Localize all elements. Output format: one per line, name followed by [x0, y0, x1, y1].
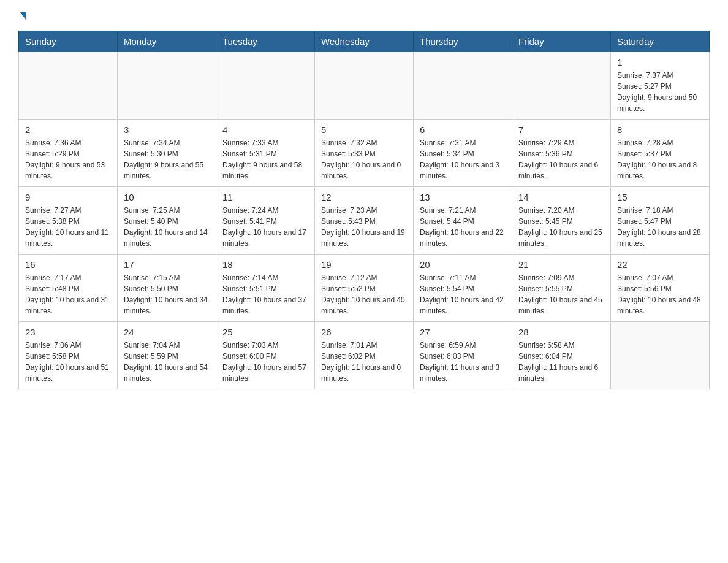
day-info: Sunrise: 7:12 AM Sunset: 5:52 PM Dayligh… — [321, 272, 407, 316]
day-info: Sunrise: 7:18 AM Sunset: 5:47 PM Dayligh… — [617, 205, 703, 249]
day-number: 12 — [321, 192, 407, 202]
day-info: Sunrise: 7:06 AM Sunset: 5:58 PM Dayligh… — [25, 340, 111, 384]
table-row: 12Sunrise: 7:23 AM Sunset: 5:43 PM Dayli… — [315, 187, 414, 255]
table-row: 15Sunrise: 7:18 AM Sunset: 5:47 PM Dayli… — [611, 187, 710, 255]
page-header — [18, 12, 710, 21]
table-row: 10Sunrise: 7:25 AM Sunset: 5:40 PM Dayli… — [118, 187, 216, 255]
day-number: 6 — [420, 124, 506, 135]
day-number: 27 — [420, 327, 506, 337]
table-row: 26Sunrise: 7:01 AM Sunset: 6:02 PM Dayli… — [315, 322, 414, 389]
day-number: 9 — [25, 192, 111, 202]
table-row: 19Sunrise: 7:12 AM Sunset: 5:52 PM Dayli… — [315, 255, 414, 322]
day-number: 3 — [124, 124, 210, 135]
day-info: Sunrise: 7:24 AM Sunset: 5:41 PM Dayligh… — [222, 205, 308, 249]
day-info: Sunrise: 7:23 AM Sunset: 5:43 PM Dayligh… — [321, 205, 407, 249]
day-info: Sunrise: 7:25 AM Sunset: 5:40 PM Dayligh… — [124, 205, 210, 249]
day-info: Sunrise: 6:59 AM Sunset: 6:03 PM Dayligh… — [420, 340, 506, 384]
col-friday: Friday — [512, 31, 611, 52]
day-number: 23 — [25, 327, 111, 337]
table-row: 4Sunrise: 7:33 AM Sunset: 5:31 PM Daylig… — [216, 120, 315, 187]
day-info: Sunrise: 7:29 AM Sunset: 5:36 PM Dayligh… — [518, 137, 604, 182]
day-number: 25 — [222, 327, 308, 337]
day-number: 14 — [518, 192, 604, 202]
day-info: Sunrise: 7:27 AM Sunset: 5:38 PM Dayligh… — [25, 205, 111, 249]
day-info: Sunrise: 7:01 AM Sunset: 6:02 PM Dayligh… — [321, 340, 407, 384]
day-info: Sunrise: 7:20 AM Sunset: 5:45 PM Dayligh… — [518, 205, 604, 249]
table-row — [19, 52, 118, 120]
day-info: Sunrise: 6:58 AM Sunset: 6:04 PM Dayligh… — [518, 340, 604, 384]
day-info: Sunrise: 7:03 AM Sunset: 6:00 PM Dayligh… — [222, 340, 308, 384]
table-row: 8Sunrise: 7:28 AM Sunset: 5:37 PM Daylig… — [611, 120, 710, 187]
day-number: 11 — [222, 192, 308, 202]
table-row: 14Sunrise: 7:20 AM Sunset: 5:45 PM Dayli… — [512, 187, 611, 255]
calendar-week-row: 2Sunrise: 7:36 AM Sunset: 5:29 PM Daylig… — [19, 120, 710, 187]
table-row: 3Sunrise: 7:34 AM Sunset: 5:30 PM Daylig… — [118, 120, 216, 187]
day-number: 17 — [124, 259, 210, 270]
table-row: 21Sunrise: 7:09 AM Sunset: 5:55 PM Dayli… — [512, 255, 611, 322]
table-row — [512, 52, 611, 120]
col-sunday: Sunday — [19, 31, 118, 52]
table-row — [315, 52, 414, 120]
day-info: Sunrise: 7:28 AM Sunset: 5:37 PM Dayligh… — [617, 137, 703, 182]
table-row: 2Sunrise: 7:36 AM Sunset: 5:29 PM Daylig… — [19, 120, 118, 187]
day-info: Sunrise: 7:34 AM Sunset: 5:30 PM Dayligh… — [124, 137, 210, 182]
table-row: 5Sunrise: 7:32 AM Sunset: 5:33 PM Daylig… — [315, 120, 414, 187]
table-row: 1Sunrise: 7:37 AM Sunset: 5:27 PM Daylig… — [611, 52, 710, 120]
col-monday: Monday — [118, 31, 216, 52]
day-info: Sunrise: 7:11 AM Sunset: 5:54 PM Dayligh… — [420, 272, 506, 316]
day-info: Sunrise: 7:21 AM Sunset: 5:44 PM Dayligh… — [420, 205, 506, 249]
day-number: 5 — [321, 124, 407, 135]
day-info: Sunrise: 7:31 AM Sunset: 5:34 PM Dayligh… — [420, 137, 506, 182]
day-number: 21 — [518, 259, 604, 270]
calendar-week-row: 16Sunrise: 7:17 AM Sunset: 5:48 PM Dayli… — [19, 255, 710, 322]
day-number: 22 — [617, 259, 703, 270]
day-number: 7 — [518, 124, 604, 135]
table-row — [414, 52, 512, 120]
day-info: Sunrise: 7:36 AM Sunset: 5:29 PM Dayligh… — [25, 137, 111, 182]
day-info: Sunrise: 7:33 AM Sunset: 5:31 PM Dayligh… — [222, 137, 308, 182]
table-row: 17Sunrise: 7:15 AM Sunset: 5:50 PM Dayli… — [118, 255, 216, 322]
table-row: 28Sunrise: 6:58 AM Sunset: 6:04 PM Dayli… — [512, 322, 611, 389]
table-row: 13Sunrise: 7:21 AM Sunset: 5:44 PM Dayli… — [414, 187, 512, 255]
table-row: 24Sunrise: 7:04 AM Sunset: 5:59 PM Dayli… — [118, 322, 216, 389]
day-info: Sunrise: 7:15 AM Sunset: 5:50 PM Dayligh… — [124, 272, 210, 316]
day-number: 19 — [321, 259, 407, 270]
calendar-week-row: 9Sunrise: 7:27 AM Sunset: 5:38 PM Daylig… — [19, 187, 710, 255]
table-row: 6Sunrise: 7:31 AM Sunset: 5:34 PM Daylig… — [414, 120, 512, 187]
calendar-header-row: Sunday Monday Tuesday Wednesday Thursday… — [19, 31, 710, 52]
calendar-week-row: 1Sunrise: 7:37 AM Sunset: 5:27 PM Daylig… — [19, 52, 710, 120]
logo — [18, 12, 26, 21]
day-number: 8 — [617, 124, 703, 135]
day-info: Sunrise: 7:04 AM Sunset: 5:59 PM Dayligh… — [124, 340, 210, 384]
table-row: 22Sunrise: 7:07 AM Sunset: 5:56 PM Dayli… — [611, 255, 710, 322]
table-row: 11Sunrise: 7:24 AM Sunset: 5:41 PM Dayli… — [216, 187, 315, 255]
day-number: 20 — [420, 259, 506, 270]
calendar-table: Sunday Monday Tuesday Wednesday Thursday… — [18, 31, 710, 389]
table-row — [118, 52, 216, 120]
day-number: 26 — [321, 327, 407, 337]
day-number: 13 — [420, 192, 506, 202]
table-row: 27Sunrise: 6:59 AM Sunset: 6:03 PM Dayli… — [414, 322, 512, 389]
day-number: 24 — [124, 327, 210, 337]
day-info: Sunrise: 7:07 AM Sunset: 5:56 PM Dayligh… — [617, 272, 703, 316]
day-number: 18 — [222, 259, 308, 270]
day-number: 10 — [124, 192, 210, 202]
table-row: 9Sunrise: 7:27 AM Sunset: 5:38 PM Daylig… — [19, 187, 118, 255]
col-wednesday: Wednesday — [315, 31, 414, 52]
table-row: 25Sunrise: 7:03 AM Sunset: 6:00 PM Dayli… — [216, 322, 315, 389]
table-row — [216, 52, 315, 120]
day-number: 2 — [25, 124, 111, 135]
calendar-week-row: 23Sunrise: 7:06 AM Sunset: 5:58 PM Dayli… — [19, 322, 710, 389]
day-info: Sunrise: 7:32 AM Sunset: 5:33 PM Dayligh… — [321, 137, 407, 182]
col-saturday: Saturday — [611, 31, 710, 52]
day-number: 1 — [617, 57, 703, 67]
col-thursday: Thursday — [414, 31, 512, 52]
day-info: Sunrise: 7:09 AM Sunset: 5:55 PM Dayligh… — [518, 272, 604, 316]
day-number: 15 — [617, 192, 703, 202]
logo-triangle-icon — [20, 12, 26, 20]
day-info: Sunrise: 7:37 AM Sunset: 5:27 PM Dayligh… — [617, 70, 703, 114]
table-row: 18Sunrise: 7:14 AM Sunset: 5:51 PM Dayli… — [216, 255, 315, 322]
day-info: Sunrise: 7:14 AM Sunset: 5:51 PM Dayligh… — [222, 272, 308, 316]
table-row: 20Sunrise: 7:11 AM Sunset: 5:54 PM Dayli… — [414, 255, 512, 322]
table-row: 7Sunrise: 7:29 AM Sunset: 5:36 PM Daylig… — [512, 120, 611, 187]
